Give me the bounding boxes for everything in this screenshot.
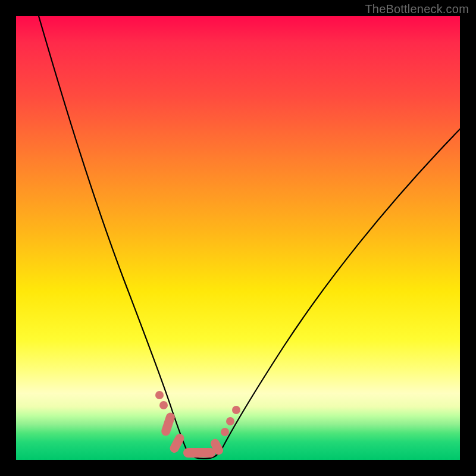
marker-dot (159, 401, 168, 409)
curve-left-branch (39, 16, 187, 452)
plot-area (16, 16, 460, 460)
marker-dot (221, 428, 229, 436)
bottleneck-curve (16, 16, 460, 460)
frame: TheBottleneck.com (0, 0, 476, 476)
marker-dot (155, 391, 164, 399)
curve-right-branch (221, 129, 460, 451)
watermark-text: TheBottleneck.com (365, 2, 469, 16)
marker-dot (226, 417, 234, 425)
marker-segment (183, 448, 215, 458)
marker-dot (232, 406, 240, 414)
